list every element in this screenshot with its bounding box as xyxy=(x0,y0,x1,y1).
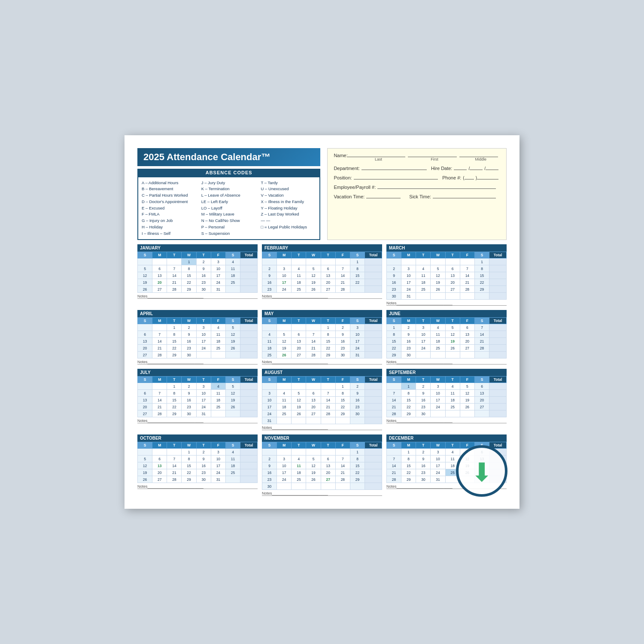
cal-day: 24 xyxy=(350,345,365,352)
cal-day: 13 xyxy=(474,390,489,397)
codes-col-1: A – Additional Hours B – Bereavement C –… xyxy=(142,180,197,237)
cal-day: 2 xyxy=(416,449,431,456)
cal-day: 25 xyxy=(445,404,460,410)
vacation-row: Vacation Time: Sick Time: xyxy=(334,192,500,199)
cal-day xyxy=(306,449,321,456)
cal-day: 3 xyxy=(401,265,416,272)
cal-day: 15 xyxy=(401,397,416,404)
cal-day: 26 xyxy=(306,476,321,483)
cal-day: 12 xyxy=(431,272,445,279)
cal-day: 18 xyxy=(416,279,431,286)
cal-title-december: DECEMBER xyxy=(386,434,507,442)
cal-day: 17 xyxy=(277,469,292,476)
calendar-september: SEPTEMBERSMTWTFSTotal1234567891011121314… xyxy=(386,369,507,430)
cal-day: 12 xyxy=(306,272,321,279)
cal-day: 10 xyxy=(416,331,431,338)
cal-day: 8 xyxy=(182,265,196,272)
cal-day: 31 xyxy=(211,286,225,293)
cal-day: 7 xyxy=(387,390,401,397)
cal-day: 21 xyxy=(306,345,321,352)
cal-day: 10 xyxy=(431,456,445,462)
cal-day xyxy=(306,417,321,424)
cal-day: 5 xyxy=(445,324,460,331)
cal-day: 7 xyxy=(152,331,167,338)
cal-day xyxy=(152,449,167,456)
cal-day: 11 xyxy=(211,331,225,338)
cal-total xyxy=(240,462,258,469)
cal-day: 18 xyxy=(292,279,306,286)
cal-day: 19 xyxy=(292,404,306,410)
cal-day xyxy=(350,417,365,424)
download-overlay[interactable]: ⬇ xyxy=(456,445,507,497)
cal-day: 22 xyxy=(167,345,182,352)
cal-total xyxy=(489,331,507,338)
cal-total xyxy=(240,279,258,286)
calendar-may: MAYSMTWTFSTotal1234567891011121314151617… xyxy=(262,310,382,365)
download-arrow-icon: ⬇ xyxy=(471,460,492,486)
cal-title-may: MAY xyxy=(262,310,382,317)
cal-total xyxy=(240,286,258,293)
cal-day: 30 xyxy=(196,286,211,293)
cal-day: 23 xyxy=(182,404,196,410)
cal-day: 21 xyxy=(321,404,335,410)
cal-day xyxy=(431,258,445,265)
employee-info-panel: Name: Last First Middle xyxy=(327,148,507,240)
cal-day: 3 xyxy=(431,449,445,456)
cal-day xyxy=(292,383,306,390)
cal-total xyxy=(489,272,507,279)
cal-day xyxy=(445,410,460,417)
cal-total xyxy=(489,404,507,410)
cal-day: 27 xyxy=(138,410,152,417)
cal-day: 21 xyxy=(167,279,182,286)
cal-day: 11 xyxy=(445,390,460,397)
cal-day: 28 xyxy=(387,410,401,417)
cal-day: 14 xyxy=(167,272,182,279)
cal-day: 29 xyxy=(182,476,196,483)
cal-day: 25 xyxy=(225,469,240,476)
cal-day: 2 xyxy=(182,324,196,331)
cal-day: 20 xyxy=(152,469,167,476)
cal-day: 8 xyxy=(350,456,365,462)
cal-day xyxy=(460,410,474,417)
page-title: 2025 Attendance Calendar™ xyxy=(137,148,320,166)
cal-total xyxy=(365,397,382,404)
cal-day: 10 xyxy=(401,272,416,279)
cal-table-may: SMTWTFSTotal1234567891011121314151617181… xyxy=(262,317,382,358)
cal-day: 6 xyxy=(306,390,321,397)
cal-day xyxy=(152,383,167,390)
cal-day: 31 xyxy=(262,417,277,424)
cal-day: 8 xyxy=(350,265,365,272)
cal-table-june: SMTWTFSTotal1234567891011121314151617181… xyxy=(386,317,507,358)
cal-day: 14 xyxy=(474,331,489,338)
cal-day: 10 xyxy=(277,462,292,469)
cal-total xyxy=(489,352,507,358)
empid-row: Employee/Payroll #: xyxy=(334,183,500,190)
cal-day: 4 xyxy=(292,456,306,462)
cal-day: 15 xyxy=(387,338,401,345)
cal-day: 7 xyxy=(152,390,167,397)
cal-day: 15 xyxy=(321,338,335,345)
cal-day: 8 xyxy=(167,331,182,338)
cal-day: 23 xyxy=(262,476,277,483)
cal-day: 2 xyxy=(401,324,416,331)
cal-day: 20 xyxy=(321,469,335,476)
cal-day: 19 xyxy=(225,338,240,345)
cal-total xyxy=(240,390,258,397)
cal-day: 8 xyxy=(182,456,196,462)
cal-day: 16 xyxy=(335,338,350,345)
cal-day xyxy=(321,483,335,490)
cal-day: 16 xyxy=(350,397,365,404)
cal-day: 21 xyxy=(335,469,350,476)
cal-day xyxy=(225,286,240,293)
cal-notes: Notes__________________________ xyxy=(386,301,507,306)
cal-day: 31 xyxy=(431,476,445,483)
cal-day: 5 xyxy=(460,383,474,390)
cal-day: 29 xyxy=(401,476,416,483)
cal-day: 27 xyxy=(152,476,167,483)
cal-total xyxy=(365,410,382,417)
cal-day xyxy=(277,449,292,456)
cal-day: 8 xyxy=(321,331,335,338)
cal-day xyxy=(321,383,335,390)
cal-day: 18 xyxy=(445,397,460,404)
cal-total xyxy=(240,265,258,272)
